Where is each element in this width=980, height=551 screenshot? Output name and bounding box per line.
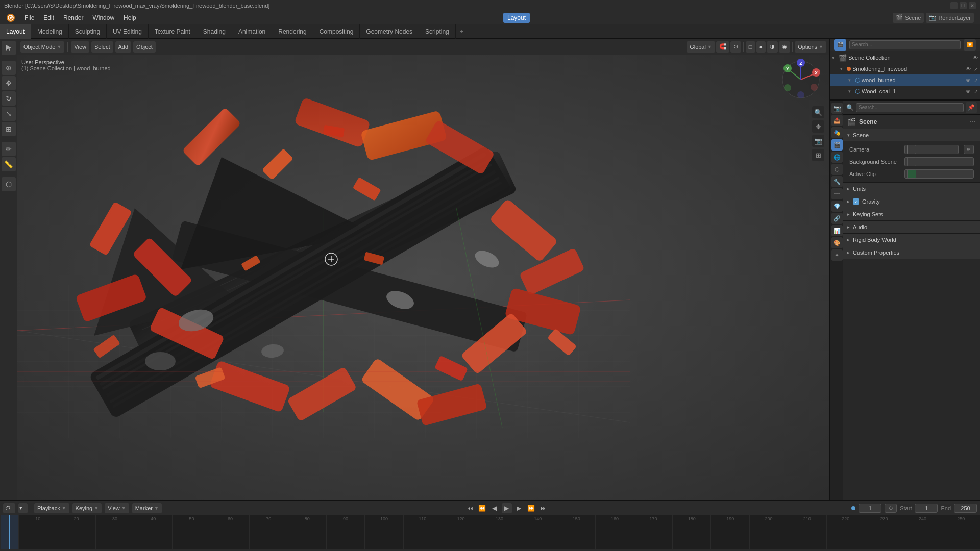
add-menu-btn[interactable]: Add — [115, 41, 132, 53]
tool-rotate-icon[interactable]: ↻ — [2, 91, 16, 106]
section-keying-header[interactable]: ▸ Keying Sets — [843, 208, 980, 220]
tab-modeling[interactable]: Modeling — [31, 24, 69, 39]
props-tab-material[interactable]: 🎨 — [831, 237, 843, 248]
minimize-btn[interactable]: — — [950, 2, 958, 9]
props-tab-render[interactable]: 📷 — [831, 103, 843, 114]
rendered-btn[interactable]: ◉ — [779, 41, 790, 53]
tool-select-icon[interactable] — [2, 41, 16, 55]
prev-frame-btn[interactable]: ◀ — [489, 503, 500, 513]
viewport[interactable]: User Perspective (1) Scene Collection | … — [17, 55, 829, 500]
tool-annotate-icon[interactable]: ✏ — [2, 142, 16, 156]
bg-scene-value[interactable] — [904, 157, 974, 166]
nav-gizmo[interactable]: X Y Z — [780, 59, 821, 100]
start-frame-input[interactable]: 1 — [915, 504, 938, 513]
current-frame-display[interactable]: 1 — [859, 504, 881, 513]
outliner-scene-collection[interactable]: ▾ 🎬 Scene Collection 👁 — [830, 52, 980, 63]
keying-btn[interactable]: Keying ▼ — [72, 503, 102, 513]
playhead[interactable] — [9, 515, 10, 549]
props-tab-object[interactable]: ⬡ — [831, 164, 843, 175]
next-frame-btn[interactable]: ▶ — [514, 503, 524, 513]
tool-measure-icon[interactable]: 📏 — [2, 157, 16, 171]
timeline-marker-btn[interactable]: ▾ — [18, 503, 28, 513]
tab-sculpting[interactable]: Sculpting — [69, 24, 107, 39]
outliner-search[interactable] — [849, 40, 961, 49]
render-layer-selector[interactable]: 📷 RenderLayer — [926, 13, 974, 23]
props-tab-modifier[interactable]: 🔧 — [831, 176, 843, 187]
prev-keyframe-btn[interactable]: ⏪ — [477, 503, 487, 513]
section-rigid-body-header[interactable]: ▸ Rigid Body World — [843, 234, 980, 246]
viewport-move-icon[interactable]: ✥ — [812, 120, 824, 133]
select-menu-btn[interactable]: Select — [91, 41, 113, 53]
tab-rendering[interactable]: Rendering — [272, 24, 313, 39]
viewport-options-btn[interactable]: Options ▼ — [795, 41, 826, 53]
props-tab-particles[interactable]: 〰 — [831, 188, 843, 199]
section-custom-props-header[interactable]: ▸ Custom Properties — [843, 246, 980, 259]
viewport-zoom-icon[interactable]: 🔍 — [812, 106, 824, 118]
props-search-input[interactable] — [856, 103, 964, 112]
tool-move-icon[interactable]: ✥ — [2, 76, 16, 90]
end-frame-input[interactable]: 250 — [954, 504, 977, 513]
window-controls[interactable]: — ☐ ✕ — [950, 2, 976, 9]
material-btn[interactable]: ◑ — [767, 41, 778, 53]
play-btn[interactable]: ▶ — [502, 503, 512, 513]
props-tab-shader[interactable]: ✦ — [831, 249, 843, 261]
tool-scale-icon[interactable]: ⤡ — [2, 107, 16, 121]
view-menu-btn[interactable]: View — [71, 41, 89, 53]
props-pin-btn[interactable]: 📌 — [966, 102, 977, 113]
camera-edit-btn[interactable]: ✏ — [964, 145, 974, 154]
proportional-edit-btn[interactable]: ⊙ — [730, 41, 741, 53]
viewport-grid-icon[interactable]: ⊞ — [812, 149, 824, 161]
tab-layout[interactable]: Layout — [0, 24, 31, 39]
marker-btn[interactable]: Marker ▼ — [132, 503, 162, 513]
tab-uv-editing[interactable]: UV Editing — [107, 24, 149, 39]
solid-btn[interactable]: ● — [756, 41, 766, 53]
outliner-scene-icon[interactable]: 🎬 — [834, 39, 846, 51]
menu-help[interactable]: Help — [119, 13, 140, 23]
timeline-ruler[interactable]: 1 10 20 30 40 50 60 70 80 90 100 110 120… — [0, 515, 980, 549]
outliner-eye-scene[interactable]: 👁 — [973, 55, 978, 61]
object-mode-btn[interactable]: Object Mode ▼ — [20, 41, 64, 53]
outliner-coal-2[interactable]: ▾ ⬡ Wood_coal_2 👁 ↗ — [830, 97, 980, 101]
props-tab-view-layer[interactable]: 🎭 — [831, 127, 843, 138]
menu-blender-icon[interactable] — [2, 13, 19, 23]
view-btn[interactable]: View ▼ — [105, 503, 129, 513]
global-space-btn[interactable]: Global ▼ — [687, 41, 715, 53]
props-extra-btn[interactable]: ⋯ — [970, 118, 976, 126]
tab-compositing[interactable]: Compositing — [313, 24, 360, 39]
menu-window[interactable]: Window — [88, 13, 118, 23]
scene-selector[interactable]: 🎬 Scene — [893, 13, 924, 23]
object-menu-btn[interactable]: Object — [133, 41, 156, 53]
tab-texture-paint[interactable]: Texture Paint — [149, 24, 197, 39]
timeline-editor-type-btn[interactable]: ⏱ — [3, 503, 15, 513]
snap-magnet-btn[interactable]: 🧲 — [716, 41, 729, 53]
frame-indicator[interactable] — [851, 506, 855, 510]
maximize-btn[interactable]: ☐ — [960, 2, 967, 9]
outliner-firewood-collection[interactable]: ▾ Smoldering_Firewood 👁 ↗ — [830, 63, 980, 74]
close-btn[interactable]: ✕ — [969, 2, 976, 9]
tab-geometry-nodes[interactable]: Geometry Nodes — [360, 24, 419, 39]
camera-value[interactable] — [904, 145, 959, 154]
jump-end-btn[interactable]: ⏭ — [538, 503, 549, 513]
section-scene-header[interactable]: ▾ Scene — [843, 129, 980, 141]
outliner-eye-fw[interactable]: 👁 — [966, 66, 971, 72]
active-clip-value[interactable] — [904, 169, 974, 179]
outliner-filter-icon[interactable]: 🔽 — [964, 39, 976, 51]
jump-start-btn[interactable]: ⏮ — [465, 503, 475, 513]
props-tab-world[interactable]: 🌐 — [831, 152, 843, 163]
tab-scripting[interactable]: Scripting — [419, 24, 456, 39]
props-tab-data[interactable]: 📊 — [831, 225, 843, 236]
props-tab-scene[interactable]: 🎬 — [831, 139, 843, 151]
menu-layout[interactable]: Layout — [503, 13, 530, 23]
menu-edit[interactable]: Edit — [39, 13, 58, 23]
props-tab-physics[interactable]: 💎 — [831, 201, 843, 212]
menu-render[interactable]: Render — [59, 13, 87, 23]
outliner-wood-burned[interactable]: ▾ ⬡ wood_burned 👁 ↗ — [830, 74, 980, 86]
tool-transform-icon[interactable]: ⊞ — [2, 122, 16, 136]
tool-add-cube-icon[interactable]: ⬡ — [2, 177, 16, 191]
outliner-eye-wb[interactable]: 👁 — [966, 78, 971, 83]
section-units-header[interactable]: ▸ Units — [843, 183, 980, 195]
props-tab-output[interactable]: 📤 — [831, 115, 843, 126]
tab-shading[interactable]: Shading — [197, 24, 232, 39]
props-tab-constraints[interactable]: 🔗 — [831, 213, 843, 224]
outliner-eye-c1[interactable]: 👁 — [966, 89, 971, 94]
